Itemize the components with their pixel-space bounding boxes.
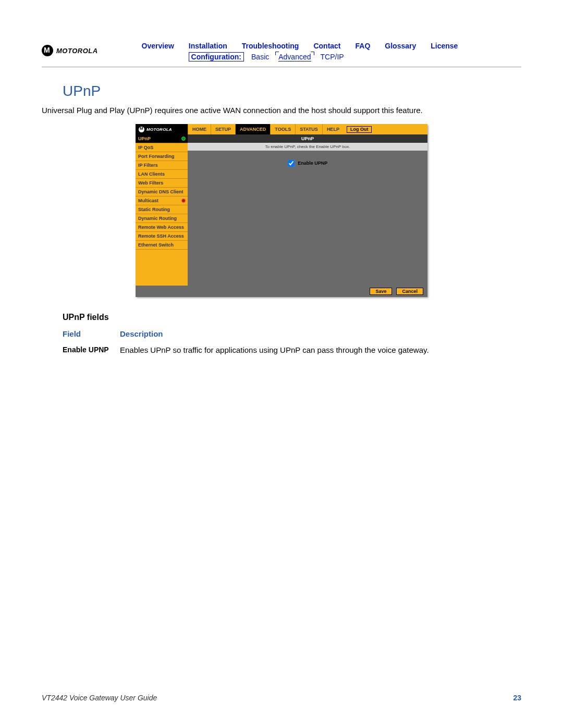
- sidebar-item-portforwarding[interactable]: Port Forwarding: [136, 152, 188, 161]
- enable-upnp-label: Enable UPNP: [298, 161, 327, 166]
- brand-text: MOTOROLA: [56, 47, 98, 55]
- tab-help[interactable]: HELP: [322, 124, 344, 134]
- doc-header: MOTOROLA Overview Installation Troublesh…: [42, 42, 521, 67]
- router-brand: MOTOROLA: [146, 127, 172, 132]
- page-footer: VT2442 Voice Gateway User Guide 23: [42, 694, 521, 702]
- section-title: UPnP: [63, 83, 521, 100]
- tab-advanced[interactable]: ADVANCED: [235, 124, 270, 134]
- tab-home[interactable]: HOME: [188, 124, 211, 134]
- motorola-logo: MOTOROLA: [42, 45, 98, 56]
- field-description: Enables UPnP so traffic for applications…: [120, 346, 521, 354]
- router-content-pane: UPnP To enable UPnP, check the Enable UP…: [188, 134, 427, 286]
- sidebar-item-ipqos[interactable]: IP QoS: [136, 143, 188, 152]
- router-topbar: MOTOROLA HOME SETUP ADVANCED TOOLS STATU…: [136, 124, 427, 134]
- sidebar-item-staticrouting[interactable]: Static Routing: [136, 205, 188, 214]
- doc-subnav: Configuration: Basic Advanced TCP/IP: [189, 52, 521, 61]
- router-sidebar: UPnP IP QoS Port Forwarding IP Filters L…: [136, 134, 188, 286]
- nav-glossary[interactable]: Glossary: [385, 42, 416, 50]
- nav-faq[interactable]: FAQ: [356, 42, 371, 50]
- nav-license[interactable]: License: [431, 42, 458, 50]
- section-intro: Universal Plug and Play (UPnP) requires …: [42, 106, 521, 115]
- sidebar-item-ipfilters[interactable]: IP Filters: [136, 161, 188, 170]
- subnav-tcpip[interactable]: TCP/IP: [321, 53, 344, 61]
- pane-hint: To enable UPnP, check the Enable UPnP bo…: [188, 143, 427, 151]
- pane-title: UPnP: [188, 134, 427, 143]
- enable-upnp-checkbox[interactable]: [288, 160, 295, 167]
- router-footer: Save Cancel: [136, 286, 427, 297]
- sidebar-item-label: Multicast: [138, 198, 158, 203]
- tab-tools[interactable]: TOOLS: [270, 124, 295, 134]
- fields-table: Field Description Enable UPNP Enables UP…: [63, 329, 521, 354]
- page-number: 23: [513, 694, 521, 702]
- sidebar-item-ddns[interactable]: Dynamic DNS Client: [136, 188, 188, 196]
- field-name: Enable UPNP: [63, 346, 120, 354]
- sidebar-item-upnp[interactable]: UPnP: [136, 134, 188, 143]
- save-button[interactable]: Save: [370, 288, 392, 295]
- status-dot-icon: [181, 137, 186, 141]
- nav-contact[interactable]: Contact: [313, 42, 340, 50]
- sidebar-item-lanclients[interactable]: LAN Clients: [136, 170, 188, 179]
- fields-heading: UPnP fields: [63, 313, 521, 322]
- router-logo: MOTOROLA: [136, 124, 188, 134]
- router-admin-screenshot: MOTOROLA HOME SETUP ADVANCED TOOLS STATU…: [136, 124, 427, 297]
- subnav-basic[interactable]: Basic: [251, 53, 269, 61]
- sidebar-item-dynamicrouting[interactable]: Dynamic Routing: [136, 214, 188, 223]
- nav-installation[interactable]: Installation: [189, 42, 227, 50]
- sidebar-item-remotessh[interactable]: Remote SSH Access: [136, 232, 188, 241]
- subnav-configuration: Configuration:: [189, 52, 244, 61]
- sidebar-item-remoteweb[interactable]: Remote Web Access: [136, 223, 188, 232]
- motorola-batwing-icon: [139, 127, 144, 132]
- sidebar-item-label: UPnP: [138, 136, 151, 141]
- sidebar-item-ethernetswitch[interactable]: Ethernet Switch: [136, 241, 188, 250]
- tab-setup[interactable]: SETUP: [211, 124, 235, 134]
- sidebar-item-webfilters[interactable]: Web Filters: [136, 179, 188, 188]
- status-dot-icon: [181, 199, 186, 203]
- subnav-advanced[interactable]: Advanced: [276, 53, 313, 61]
- enable-upnp-field: Enable UPNP: [188, 151, 427, 176]
- nav-overview[interactable]: Overview: [142, 42, 174, 50]
- col-header-field: Field: [63, 329, 120, 338]
- doc-title-footer: VT2442 Voice Gateway User Guide: [42, 694, 157, 702]
- logout-button[interactable]: Log Out: [347, 126, 372, 133]
- cancel-button[interactable]: Cancel: [396, 288, 423, 295]
- sidebar-item-multicast[interactable]: Multicast: [136, 196, 188, 205]
- doc-nav: Overview Installation Troubleshooting Co…: [142, 42, 521, 50]
- table-row: Enable UPNP Enables UPnP so traffic for …: [63, 346, 521, 354]
- col-header-description: Description: [120, 329, 163, 338]
- motorola-batwing-icon: [42, 45, 53, 56]
- tab-status[interactable]: STATUS: [295, 124, 322, 134]
- nav-troubleshooting[interactable]: Troubleshooting: [242, 42, 299, 50]
